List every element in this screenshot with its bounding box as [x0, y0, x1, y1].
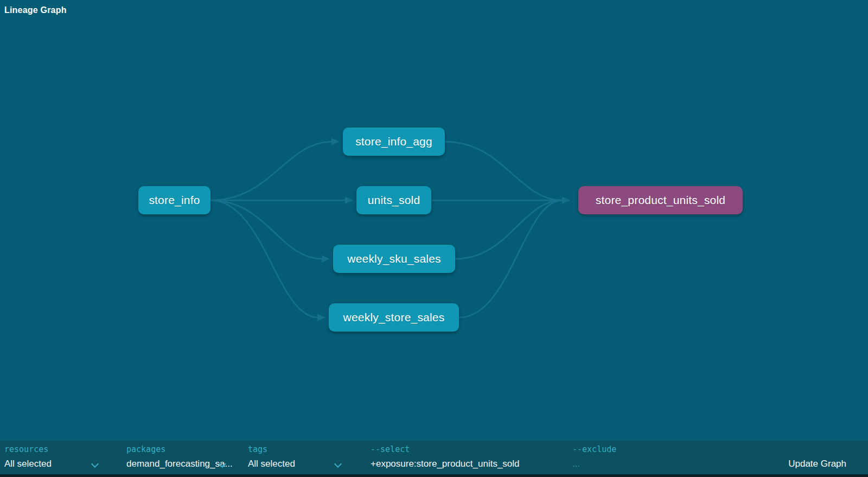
arrowhead-icon — [345, 197, 353, 204]
lineage-edges — [0, 0, 868, 441]
edge-store_info_agg-to-store_product_units_sold — [445, 142, 563, 200]
update-graph-button[interactable]: Update Graph — [788, 459, 846, 469]
filter-tags: tags All selected — [248, 441, 371, 474]
chevron-down-icon[interactable] — [220, 461, 226, 467]
arrowhead-icon — [331, 138, 340, 145]
chevron-down-icon[interactable] — [335, 461, 341, 467]
exclude-label: --exclude — [572, 444, 616, 454]
edge-store_info-to-store_info_agg — [210, 142, 332, 200]
packages-label: packages — [126, 444, 165, 454]
edge-weekly_sku_sales-to-store_product_units_sold — [455, 200, 563, 259]
resources-dropdown[interactable]: All selected — [4, 459, 52, 469]
arrowhead-icon — [322, 256, 330, 263]
edge-weekly_store_sales-to-store_product_units_sold — [459, 200, 563, 317]
graph-node-store_info[interactable]: store_info — [138, 186, 210, 214]
graph-node-store_info_agg[interactable]: store_info_agg — [343, 128, 445, 156]
select-label: --select — [371, 444, 410, 454]
page-title: Lineage Graph — [4, 5, 67, 15]
filter-exclude: --exclude ... — [572, 441, 735, 474]
edge-store_info-to-weekly_sku_sales — [210, 200, 322, 259]
resources-label: resources — [4, 444, 48, 454]
bottom-strip — [0, 474, 868, 477]
exclude-input[interactable]: ... — [572, 459, 580, 469]
packages-dropdown[interactable]: demand_forecasting_sa... — [126, 459, 233, 469]
select-input[interactable]: +exposure:store_product_units_sold — [371, 459, 520, 469]
lineage-canvas[interactable]: Lineage Graph store_infostore_info_aggun… — [0, 0, 868, 441]
filter-resources: resources All selected — [4, 441, 126, 474]
tags-dropdown[interactable]: All selected — [248, 459, 295, 469]
filter-packages: packages demand_forecasting_sa... — [126, 441, 248, 474]
arrowhead-icon — [317, 314, 326, 321]
graph-node-weekly_store_sales[interactable]: weekly_store_sales — [329, 303, 459, 332]
lineage-app: Lineage Graph store_infostore_info_aggun… — [0, 0, 868, 477]
edge-store_info-to-weekly_store_sales — [210, 200, 318, 317]
graph-node-units_sold[interactable]: units_sold — [356, 186, 431, 214]
filter-select: --select +exposure:store_product_units_s… — [371, 441, 572, 474]
chevron-down-icon[interactable] — [92, 461, 98, 467]
graph-node-store_product_units_sold[interactable]: store_product_units_sold — [578, 186, 743, 214]
tags-label: tags — [248, 444, 267, 454]
graph-node-weekly_sku_sales[interactable]: weekly_sku_sales — [333, 245, 455, 273]
graph-toolbar: resources All selected packages demand_f… — [0, 441, 868, 474]
